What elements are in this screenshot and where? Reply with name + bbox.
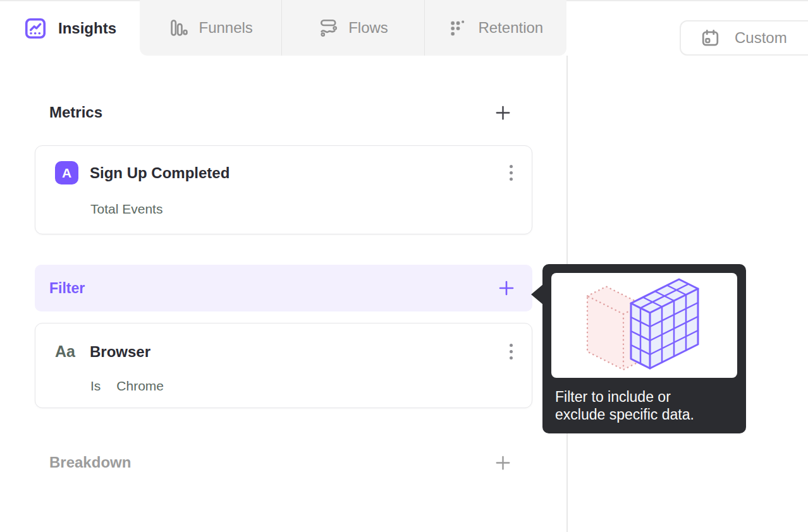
filter-condition-card[interactable]: Aa Browser Is Chrome [35, 323, 532, 408]
filter-cube-illustration [551, 273, 737, 378]
breakdown-title: Breakdown [49, 454, 131, 471]
metric-event-card[interactable]: A Sign Up Completed Total Events [35, 145, 532, 234]
filter-title: Filter [49, 280, 85, 297]
tab-insights[interactable]: Insights [0, 1, 140, 56]
calendar-icon [700, 28, 721, 49]
kebab-menu-icon[interactable] [506, 340, 517, 363]
filter-tooltip: Filter to include or exclude specific da… [542, 264, 746, 433]
tab-retention[interactable]: Retention [424, 0, 566, 56]
retention-dots-icon [448, 18, 468, 38]
tab-insights-label: Insights [58, 20, 116, 37]
tab-flows[interactable]: Flows [281, 0, 424, 56]
tab-retention-label: Retention [478, 19, 543, 37]
filter-section-header[interactable]: Filter [35, 265, 532, 311]
plus-icon [494, 104, 512, 122]
funnels-bars-icon [168, 18, 188, 38]
string-property-icon: Aa [55, 342, 78, 361]
kebab-menu-icon[interactable] [506, 161, 517, 184]
custom-date-range-button[interactable]: Custom [680, 20, 808, 56]
custom-date-range-label: Custom [735, 29, 787, 47]
insights-chart-icon [23, 16, 47, 40]
event-letter-badge: A [55, 161, 78, 184]
add-filter-button[interactable] [497, 279, 516, 298]
filter-operator[interactable]: Is [90, 378, 101, 394]
plus-icon [497, 279, 516, 298]
event-aggregation[interactable]: Total Events [90, 202, 162, 217]
metrics-section-header: Metrics [49, 100, 512, 125]
breakdown-section-header: Breakdown [49, 450, 512, 475]
add-metric-button[interactable] [494, 104, 512, 122]
plus-icon [494, 454, 512, 472]
tab-funnels-label: Funnels [199, 19, 252, 37]
tab-funnels[interactable]: Funnels [140, 0, 281, 56]
tooltip-text-line1: Filter to include or [555, 388, 736, 406]
tooltip-caret [531, 284, 543, 305]
filter-value[interactable]: Chrome [116, 378, 164, 394]
flows-wave-icon [318, 18, 338, 38]
inactive-tab-strip: Funnels Flows Retention [140, 0, 566, 56]
tooltip-text-line2: exclude specific data. [555, 406, 736, 423]
filter-property-name: Browser [90, 343, 506, 361]
metrics-title: Metrics [49, 104, 102, 121]
tooltip-text: Filter to include or exclude specific da… [555, 388, 736, 423]
tab-flows-label: Flows [348, 19, 388, 37]
add-breakdown-button[interactable] [494, 454, 512, 472]
event-name: Sign Up Completed [90, 164, 506, 182]
